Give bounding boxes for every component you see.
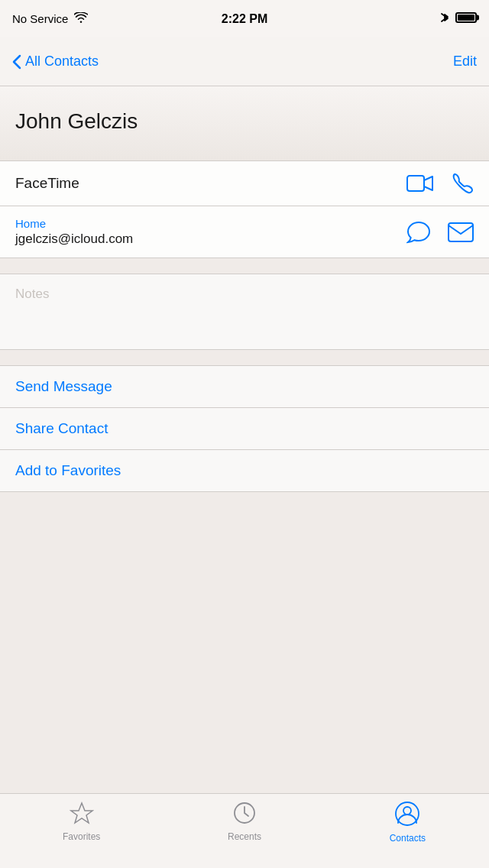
status-bar: No Service 2:22 PM — [0, 0, 489, 37]
facetime-label-container: FaceTime — [15, 175, 406, 192]
tab-recents[interactable]: Recents — [164, 802, 325, 842]
tab-favorites[interactable]: Favorites — [1, 802, 162, 842]
back-label: All Contacts — [25, 53, 99, 70]
wifi-icon — [74, 12, 88, 25]
bluetooth-icon — [440, 11, 449, 28]
add-favorites-row[interactable]: Add to Favorites — [0, 450, 489, 492]
contacts-tab-label: Contacts — [390, 833, 426, 844]
carrier-text: No Service — [12, 12, 68, 25]
send-message-label: Send Message — [15, 378, 112, 394]
tab-contacts[interactable]: Contacts — [327, 802, 488, 844]
recents-tab-label: Recents — [228, 831, 261, 842]
svg-point-3 — [396, 802, 419, 825]
svg-point-4 — [403, 807, 411, 815]
email-address: jgelczis@icloud.com — [15, 232, 406, 247]
tab-bar: Favorites Recents Contacts — [0, 793, 489, 868]
contacts-icon — [395, 802, 419, 829]
facetime-video-button[interactable] — [406, 173, 434, 194]
actions-section: Send Message Share Contact Add to Favori… — [0, 365, 489, 492]
contact-name: John Gelczis — [15, 109, 138, 134]
message-button[interactable] — [406, 221, 431, 244]
edit-button[interactable]: Edit — [453, 53, 477, 70]
add-favorites-label: Add to Favorites — [15, 462, 121, 478]
nav-bar: All Contacts Edit — [0, 37, 489, 86]
facetime-label: FaceTime — [15, 175, 79, 191]
notes-placeholder: Notes — [15, 287, 49, 301]
time-display: 2:22 PM — [222, 12, 267, 26]
email-card: Home jgelczis@icloud.com — [0, 206, 489, 258]
battery-icon — [455, 12, 477, 26]
email-type-label: Home — [15, 217, 406, 230]
status-right — [440, 11, 477, 28]
back-button[interactable]: All Contacts — [12, 53, 99, 70]
share-contact-row[interactable]: Share Contact — [0, 408, 489, 450]
svg-rect-0 — [407, 176, 424, 191]
facetime-phone-button[interactable] — [451, 172, 474, 195]
facetime-row[interactable]: FaceTime — [0, 161, 489, 206]
email-content: Home jgelczis@icloud.com — [15, 217, 406, 247]
notes-section[interactable]: Notes — [0, 274, 489, 350]
status-left: No Service — [12, 12, 88, 25]
favorites-icon — [70, 802, 94, 828]
send-message-row[interactable]: Send Message — [0, 366, 489, 408]
facetime-actions — [406, 172, 474, 195]
email-actions — [406, 221, 474, 244]
svg-rect-1 — [449, 223, 473, 241]
favorites-tab-label: Favorites — [63, 831, 100, 842]
email-row[interactable]: Home jgelczis@icloud.com — [0, 206, 489, 257]
facetime-card: FaceTime — [0, 160, 489, 206]
recents-icon — [233, 802, 256, 828]
contact-header: John Gelczis — [0, 86, 489, 160]
mail-button[interactable] — [448, 222, 474, 242]
share-contact-label: Share Contact — [15, 420, 108, 436]
